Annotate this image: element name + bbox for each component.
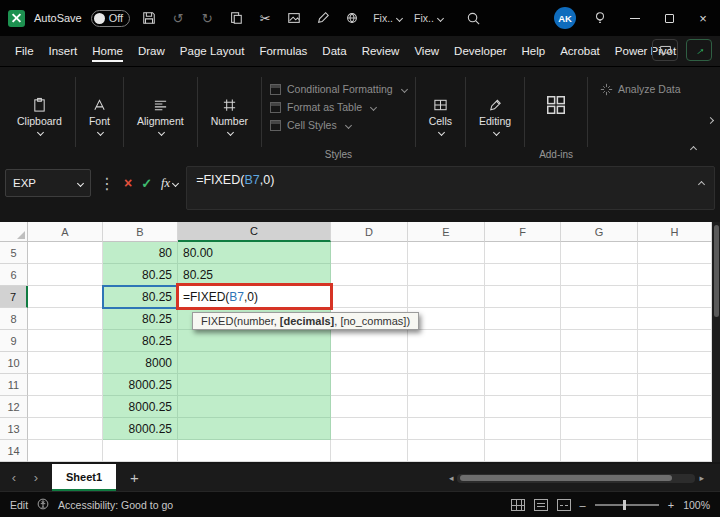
cell-G9[interactable] [561, 330, 638, 352]
cell-A7[interactable] [28, 286, 103, 308]
cell-H11[interactable] [638, 374, 712, 396]
menu-tab-insert[interactable]: Insert [42, 40, 85, 62]
analyze-data-button[interactable]: Analyze Data [592, 69, 688, 163]
cell-D5[interactable] [331, 242, 408, 264]
row-header-5[interactable]: 5 [0, 242, 28, 264]
maximize-button[interactable] [652, 0, 686, 36]
cell-H10[interactable] [638, 352, 712, 374]
cell-C10[interactable] [178, 352, 331, 374]
menu-tab-page-layout[interactable]: Page Layout [173, 40, 252, 62]
cell-E13[interactable] [408, 418, 485, 440]
cell-G12[interactable] [561, 396, 638, 418]
ribbon-more-button[interactable] [705, 109, 713, 127]
editing-button[interactable]: Editing [470, 69, 520, 163]
menu-tab-help[interactable]: Help [515, 40, 553, 62]
cell-D14[interactable] [331, 440, 408, 462]
menu-tab-draw[interactable]: Draw [131, 40, 172, 62]
cell-B14[interactable] [103, 440, 178, 462]
styles-group-footer[interactable]: Styles [270, 145, 407, 163]
column-header-F[interactable]: F [485, 222, 561, 242]
minimize-button[interactable] [618, 0, 652, 36]
menu-tab-data[interactable]: Data [315, 40, 353, 62]
horizontal-scrollbar-track[interactable] [457, 474, 695, 483]
row-header-8[interactable]: 8 [0, 308, 28, 330]
cell-G5[interactable] [561, 242, 638, 264]
column-header-H[interactable]: H [638, 222, 712, 242]
cell-E10[interactable] [408, 352, 485, 374]
cell-D9[interactable] [331, 330, 408, 352]
menu-tab-home[interactable]: Home [85, 40, 130, 62]
cell-H8[interactable] [638, 308, 712, 330]
styles-item-conditional-formatting[interactable]: Conditional Formatting [270, 83, 407, 95]
scroll-right-icon[interactable]: ▸ [699, 473, 704, 483]
redo-icon[interactable]: ↻ [197, 7, 217, 29]
cell-E12[interactable] [408, 396, 485, 418]
cell-D11[interactable] [331, 374, 408, 396]
cell-A10[interactable] [28, 352, 103, 374]
quickaccess-fix-dropdown[interactable]: Fix.. [371, 12, 404, 24]
ribbon-group-font[interactable]: Font [80, 69, 119, 163]
addins-button[interactable] [545, 94, 567, 120]
cell-F14[interactable] [485, 440, 561, 462]
overflow-dots-icon[interactable]: ⋮ [99, 174, 115, 193]
name-box[interactable]: EXP [5, 169, 91, 197]
cell-C7[interactable]: =FIXED(B7,0) [178, 286, 331, 308]
page-break-view-button[interactable] [557, 499, 571, 511]
search-icon[interactable] [462, 9, 484, 27]
save-icon[interactable] [139, 7, 159, 29]
cell-B6[interactable]: 80.25 [103, 264, 178, 286]
cell-C9[interactable] [178, 330, 331, 352]
cell-E9[interactable] [408, 330, 485, 352]
cell-A14[interactable] [28, 440, 103, 462]
cell-C5[interactable]: 80.00 [178, 242, 331, 264]
cell-H12[interactable] [638, 396, 712, 418]
ribbon-collapse-button[interactable] [688, 138, 696, 156]
row-header-9[interactable]: 9 [0, 330, 28, 352]
picture-icon[interactable] [284, 7, 304, 29]
cell-D7[interactable] [331, 286, 408, 308]
cut-icon[interactable]: ✂ [255, 7, 275, 29]
cell-B11[interactable]: 8000.25 [103, 374, 178, 396]
cell-F11[interactable] [485, 374, 561, 396]
addins-group-footer[interactable]: Add-ins [539, 145, 573, 163]
cell-A13[interactable] [28, 418, 103, 440]
cell-F5[interactable] [485, 242, 561, 264]
ribbon-group-clipboard[interactable]: Clipboard [8, 69, 71, 163]
comments-button[interactable] [652, 39, 678, 61]
menu-tab-file[interactable]: File [8, 40, 41, 62]
autosave-toggle[interactable]: Off [91, 10, 130, 27]
ribbon-group-alignment[interactable]: Alignment [128, 69, 193, 163]
cell-H6[interactable] [638, 264, 712, 286]
column-header-B[interactable]: B [103, 222, 178, 242]
accessibility-status[interactable]: Accessibility: Good to go [58, 499, 173, 511]
cell-E6[interactable] [408, 264, 485, 286]
row-header-11[interactable]: 11 [0, 374, 28, 396]
column-header-C[interactable]: C [178, 222, 331, 242]
cell-A8[interactable] [28, 308, 103, 330]
menu-tab-review[interactable]: Review [355, 40, 407, 62]
menu-tab-acrobat[interactable]: Acrobat [553, 40, 607, 62]
cell-F7[interactable] [485, 286, 561, 308]
horizontal-scrollbar-thumb[interactable] [460, 475, 672, 481]
links-icon[interactable] [342, 7, 362, 29]
cell-B12[interactable]: 8000.25 [103, 396, 178, 418]
cell-F12[interactable] [485, 396, 561, 418]
cell-C14[interactable] [178, 440, 331, 462]
enter-formula-button[interactable]: ✓ [141, 176, 152, 191]
formula-input[interactable]: =FIXED(B7,0) [186, 166, 715, 210]
cell-A6[interactable] [28, 264, 103, 286]
zoom-out-button[interactable]: – [580, 499, 586, 511]
styles-item-format-as-table[interactable]: Format as Table [270, 101, 407, 113]
add-sheet-button[interactable]: + [126, 469, 143, 486]
accessibility-icon[interactable] [37, 498, 49, 512]
cell-A5[interactable] [28, 242, 103, 264]
row-header-7[interactable]: 7 [0, 286, 28, 308]
column-header-E[interactable]: E [408, 222, 485, 242]
cell-G6[interactable] [561, 264, 638, 286]
cell-H13[interactable] [638, 418, 712, 440]
cell-E8[interactable] [408, 308, 485, 330]
normal-view-button[interactable] [511, 499, 525, 511]
menu-tab-view[interactable]: View [407, 40, 446, 62]
cell-G11[interactable] [561, 374, 638, 396]
quickaccess-fix-dropdown[interactable]: Fix.. [412, 12, 445, 24]
